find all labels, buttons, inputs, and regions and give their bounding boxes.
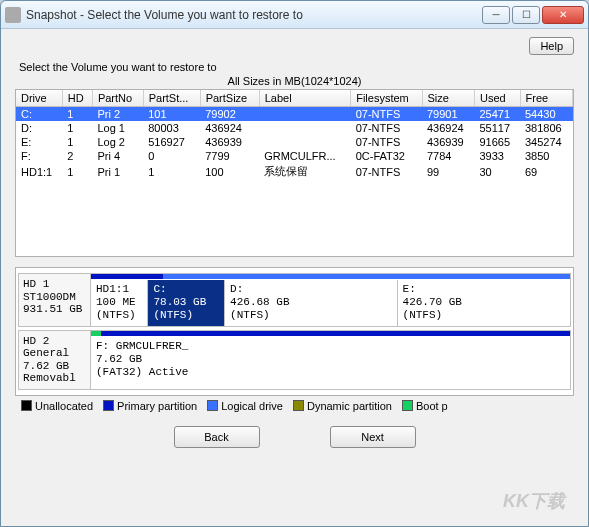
table-cell: 0 <box>143 149 200 163</box>
table-cell: 101 <box>143 107 200 122</box>
table-cell: 3933 <box>474 149 520 163</box>
table-cell: 2 <box>62 149 92 163</box>
table-cell: 80003 <box>143 121 200 135</box>
column-header[interactable]: PartSt... <box>143 90 200 107</box>
table-cell: 07-NTFS <box>351 163 422 180</box>
table-cell: Pri 4 <box>92 149 143 163</box>
table-cell: 7799 <box>200 149 259 163</box>
partition-block[interactable]: E:426.70 GB(NTFS) <box>398 280 570 326</box>
volume-table-panel: DriveHDPartNoPartSt...PartSizeLabelFiles… <box>15 89 574 257</box>
table-cell: 1 <box>143 163 200 180</box>
table-cell: 07-NTFS <box>351 121 422 135</box>
legend-label-unallocated: Unallocated <box>35 400 93 412</box>
table-cell: 345274 <box>520 135 573 149</box>
table-cell: 1 <box>62 107 92 122</box>
table-cell: 436939 <box>200 135 259 149</box>
column-header[interactable]: HD <box>62 90 92 107</box>
legend-label-boot: Boot p <box>416 400 448 412</box>
table-cell: E: <box>16 135 62 149</box>
legend-swatch-unallocated <box>21 400 32 411</box>
table-cell <box>259 135 350 149</box>
table-row[interactable]: D:1Log 18000343692407-NTFS43692455117381… <box>16 121 573 135</box>
table-cell: 1 <box>62 163 92 180</box>
partition-block[interactable]: D:426.68 GB(NTFS) <box>225 280 397 326</box>
column-header[interactable]: PartNo <box>92 90 143 107</box>
back-button[interactable]: Back <box>174 426 260 448</box>
table-cell: 99 <box>422 163 474 180</box>
table-cell: D: <box>16 121 62 135</box>
disk-label: HD 2General7.62 GB Removabl <box>19 331 91 390</box>
app-icon <box>5 7 21 23</box>
table-cell: 07-NTFS <box>351 135 422 149</box>
table-cell: 69 <box>520 163 573 180</box>
table-cell: 436939 <box>422 135 474 149</box>
table-cell: 0C-FAT32 <box>351 149 422 163</box>
table-cell: Log 1 <box>92 121 143 135</box>
column-header[interactable]: Size <box>422 90 474 107</box>
table-cell: 55117 <box>474 121 520 135</box>
column-header[interactable]: Used <box>474 90 520 107</box>
disk-row-hd1: HD 1ST1000DM931.51 GBHD1:1100 ME(NTFS)C:… <box>18 273 571 327</box>
size-units-text: All Sizes in MB(1024*1024) <box>15 75 574 87</box>
legend-swatch-primary <box>103 400 114 411</box>
table-cell: HD1:1 <box>16 163 62 180</box>
column-header[interactable]: Label <box>259 90 350 107</box>
window-title: Snapshot - Select the Volume you want to… <box>26 8 480 22</box>
table-cell: 54430 <box>520 107 573 122</box>
column-header[interactable]: Drive <box>16 90 62 107</box>
table-cell: Pri 1 <box>92 163 143 180</box>
table-cell: 1 <box>62 121 92 135</box>
table-cell: 436924 <box>422 121 474 135</box>
minimize-button[interactable]: ─ <box>482 6 510 24</box>
table-cell: C: <box>16 107 62 122</box>
legend-label-primary: Primary partition <box>117 400 197 412</box>
table-cell: F: <box>16 149 62 163</box>
table-cell <box>259 107 350 122</box>
table-cell: Pri 2 <box>92 107 143 122</box>
close-button[interactable]: ✕ <box>542 6 584 24</box>
table-cell: 516927 <box>143 135 200 149</box>
legend-swatch-boot <box>402 400 413 411</box>
table-cell: 79902 <box>200 107 259 122</box>
legend-swatch-dynamic <box>293 400 304 411</box>
disk-label: HD 1ST1000DM931.51 GB <box>19 274 91 326</box>
column-header[interactable]: PartSize <box>200 90 259 107</box>
table-cell: 100 <box>200 163 259 180</box>
column-header[interactable]: Free <box>520 90 573 107</box>
instruction-text: Select the Volume you want to restore to <box>19 61 574 73</box>
volume-table[interactable]: DriveHDPartNoPartSt...PartSizeLabelFiles… <box>16 90 573 180</box>
disk-layout-panel: HD 1ST1000DM931.51 GBHD1:1100 ME(NTFS)C:… <box>15 267 574 396</box>
table-cell: 79901 <box>422 107 474 122</box>
partition-block[interactable]: HD1:1100 ME(NTFS) <box>91 280 148 326</box>
table-row[interactable]: F:2Pri 407799GRMCULFR...0C-FAT3277843933… <box>16 149 573 163</box>
table-cell: 436924 <box>200 121 259 135</box>
table-cell: 25471 <box>474 107 520 122</box>
maximize-button[interactable]: ☐ <box>512 6 540 24</box>
legend-swatch-logical <box>207 400 218 411</box>
table-cell: 381806 <box>520 121 573 135</box>
table-cell: 07-NTFS <box>351 107 422 122</box>
table-cell: GRMCULFR... <box>259 149 350 163</box>
table-row[interactable]: HD1:11Pri 11100系统保留07-NTFS993069 <box>16 163 573 180</box>
legend-label-logical: Logical drive <box>221 400 283 412</box>
table-cell <box>259 121 350 135</box>
table-cell: 1 <box>62 135 92 149</box>
help-button[interactable]: Help <box>529 37 574 55</box>
disk-row-hd2: HD 2General7.62 GB RemovablF: GRMCULFRER… <box>18 330 571 391</box>
titlebar: Snapshot - Select the Volume you want to… <box>1 1 588 29</box>
table-cell: 30 <box>474 163 520 180</box>
partition-block[interactable]: C:78.03 GB(NTFS) <box>148 280 225 326</box>
table-row[interactable]: E:1Log 251692743693907-NTFS4369399166534… <box>16 135 573 149</box>
legend: Unallocated Primary partition Logical dr… <box>15 400 574 412</box>
column-header[interactable]: Filesystem <box>351 90 422 107</box>
table-cell: 7784 <box>422 149 474 163</box>
partition-block[interactable]: F: GRMCULFRER_7.62 GB(FAT32) Active <box>91 337 570 390</box>
table-row[interactable]: C:1Pri 21017990207-NTFS799012547154430 <box>16 107 573 122</box>
table-cell: 91665 <box>474 135 520 149</box>
dialog-window: Snapshot - Select the Volume you want to… <box>0 0 589 527</box>
table-cell: 系统保留 <box>259 163 350 180</box>
legend-label-dynamic: Dynamic partition <box>307 400 392 412</box>
table-cell: Log 2 <box>92 135 143 149</box>
next-button[interactable]: Next <box>330 426 416 448</box>
table-cell: 3850 <box>520 149 573 163</box>
